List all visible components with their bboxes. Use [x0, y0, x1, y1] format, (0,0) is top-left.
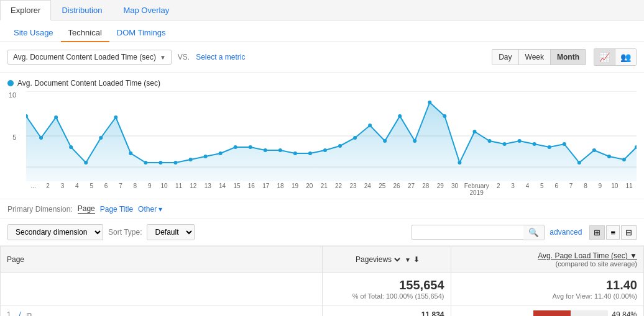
x-label-month: February 2019: [462, 183, 491, 196]
pie-chart-btn[interactable]: 👥: [615, 49, 636, 65]
vs-label: VS.: [178, 53, 190, 61]
x-label: 27: [404, 183, 418, 196]
pageviews-metric-select[interactable]: Pageviews: [353, 255, 402, 264]
x-label: 21: [317, 183, 331, 196]
sort-type-label: Sort Type:: [108, 228, 142, 237]
x-label: 7: [564, 183, 578, 196]
view-type-buttons: 📈 👥: [594, 48, 637, 66]
pageviews-header-wrap: Pageviews ▼ ⬇: [329, 255, 444, 264]
loadtime-header-label: Avg. Page Load Time (sec) ▼: [458, 251, 638, 260]
primary-dim-label: Primary Dimension:: [7, 205, 73, 214]
table-view-pivot-btn[interactable]: ⊟: [621, 225, 637, 240]
chart-container: Avg. Document Content Loaded Time (sec) …: [0, 73, 644, 196]
copy-icon[interactable]: ⧉: [27, 311, 32, 316]
primary-dimension-row: Primary Dimension: Page Page Title Other…: [0, 199, 644, 219]
x-label: 30: [448, 183, 462, 196]
dim-page-link[interactable]: Page: [78, 204, 95, 214]
sub-tab-site-usage[interactable]: Site Usage: [6, 24, 61, 42]
sub-tab-technical[interactable]: Technical: [61, 24, 109, 42]
row-pageviews-value: 11,834: [421, 310, 444, 316]
legend-dot: [7, 80, 14, 86]
svg-point-11: [144, 161, 147, 165]
y-max: 10: [9, 91, 16, 99]
svg-point-36: [518, 139, 522, 143]
metric-label: Avg. Document Content Loaded Time (sec): [13, 53, 156, 61]
row-pageviews-cell: 11,834: [322, 305, 451, 317]
metric-chevron: ▼: [160, 54, 166, 61]
tab-map-overlay[interactable]: Map Overlay: [113, 0, 180, 20]
svg-point-15: [204, 155, 208, 158]
row-page-cell: 1. / ⧉: [1, 305, 323, 317]
tab-explorer[interactable]: Explorer: [0, 0, 51, 20]
x-label: 9: [593, 183, 607, 196]
svg-point-21: [293, 151, 297, 155]
page-link[interactable]: /: [19, 310, 21, 316]
pageviews-download-icon[interactable]: ⬇: [413, 255, 420, 264]
metric-dropdown[interactable]: Avg. Document Content Loaded Time (sec) …: [7, 50, 172, 65]
x-axis: ... 2 3 4 5 6 7 8 9 10 11 12 13 14 15 16…: [26, 183, 637, 196]
tab-distribution[interactable]: Distribution: [51, 0, 113, 20]
x-label: 12: [186, 183, 200, 196]
secondary-dimension-select[interactable]: Secondary dimension: [7, 224, 103, 240]
month-btn[interactable]: Month: [551, 50, 586, 65]
table-view-percent-btn[interactable]: ≡: [606, 225, 620, 240]
svg-point-22: [308, 151, 312, 155]
x-label: 11: [622, 183, 636, 196]
x-label: 2: [40, 183, 55, 196]
x-label: 3: [55, 183, 70, 196]
sub-tab-dom-timings[interactable]: DOM Timings: [109, 24, 173, 42]
search-button[interactable]: 🔍: [523, 225, 545, 240]
svg-point-12: [159, 161, 162, 165]
x-label: 6: [550, 183, 564, 196]
bar-container: [533, 310, 608, 316]
svg-point-24: [338, 144, 342, 148]
total-loadtime-sub: Avg for View: 11.40 (0.00%): [458, 292, 638, 300]
line-chart-svg: [26, 91, 637, 181]
svg-point-16: [219, 151, 223, 155]
y-mid: 5: [9, 133, 16, 141]
line-chart-btn[interactable]: 📈: [594, 49, 615, 65]
x-label: 18: [273, 183, 287, 196]
x-label: 6: [99, 183, 113, 196]
x-label: 8: [128, 183, 142, 196]
day-btn[interactable]: Day: [492, 50, 518, 65]
chart-fill: [26, 102, 637, 181]
week-btn[interactable]: Week: [519, 50, 551, 65]
row-number: 1.: [7, 310, 13, 316]
svg-point-9: [114, 115, 117, 119]
top-tabs-container: Explorer Distribution Map Overlay: [0, 0, 644, 20]
sort-type-select[interactable]: Default: [147, 224, 195, 240]
x-label: 11: [172, 183, 186, 196]
x-label: 5: [535, 183, 549, 196]
x-label: 16: [244, 183, 259, 196]
svg-point-20: [278, 148, 282, 152]
time-buttons-group: Day Week Month: [492, 49, 586, 65]
col-page-header: Page: [1, 246, 323, 273]
data-table: Page Pageviews ▼ ⬇ Avg. Page Load Time (…: [0, 246, 644, 316]
advanced-link[interactable]: advanced: [550, 228, 582, 237]
x-label: 24: [361, 183, 375, 196]
loadtime-header-inner: Avg. Page Load Time (sec) ▼ (compared to…: [458, 251, 638, 268]
bar-fill: [533, 310, 571, 316]
svg-point-37: [533, 142, 536, 146]
svg-point-18: [249, 145, 252, 149]
dim-other-dropdown[interactable]: Other ▾: [138, 205, 162, 214]
x-label: 7: [113, 183, 127, 196]
table-view-grid-btn[interactable]: ⊞: [589, 225, 605, 240]
sub-tabs-container: Site Usage Technical DOM Timings: [0, 20, 644, 42]
row-loadtime-cell: 49.84%: [451, 305, 644, 317]
select-metric-link[interactable]: Select a metric: [196, 53, 245, 61]
loadtime-header-sub: (compared to site average): [458, 260, 638, 268]
x-label: 3: [505, 183, 520, 196]
svg-point-29: [413, 139, 416, 143]
totals-pageviews-cell: 155,654 % of Total: 100.00% (155,654): [322, 273, 451, 305]
totals-page-cell: [1, 273, 323, 305]
col-pageviews-header[interactable]: Pageviews ▼ ⬇: [322, 246, 451, 273]
x-label: ...: [26, 183, 40, 196]
search-input[interactable]: [412, 225, 523, 240]
x-label: 4: [70, 183, 84, 196]
x-label: 23: [346, 183, 360, 196]
svg-point-38: [548, 145, 551, 149]
svg-point-19: [264, 148, 267, 152]
dim-page-title-link[interactable]: Page Title: [100, 205, 133, 214]
